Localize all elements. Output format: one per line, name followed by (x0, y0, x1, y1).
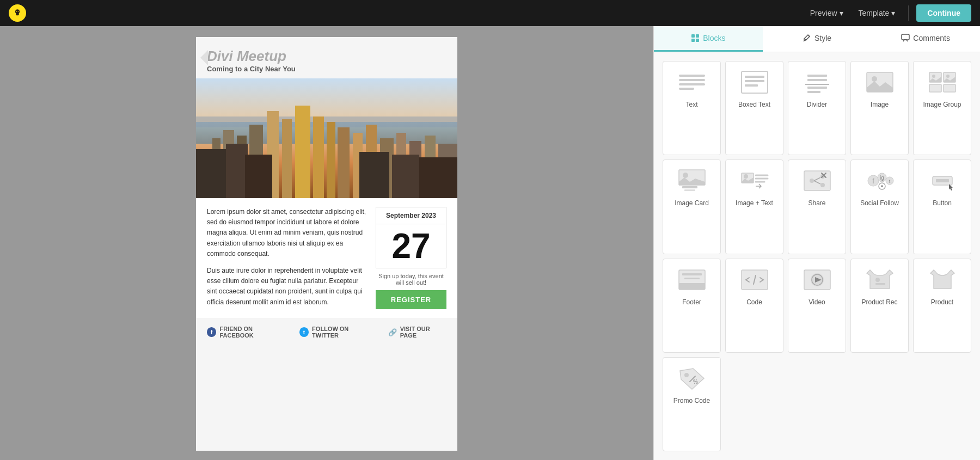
block-image-card-icon (676, 167, 708, 195)
block-footer[interactable]: Footer (663, 259, 721, 353)
comments-icon (901, 34, 910, 42)
block-divider-label: Divider (807, 101, 827, 108)
block-image-group-label: Image Group (923, 101, 961, 108)
date-number: 27 (381, 229, 442, 263)
body-paragraph-2: Duis aute irure dolor in reprehenderit i… (207, 266, 367, 308)
email-social-footer: f FRIEND ON FACEBOOK t FOLLOW ON TWITTER… (196, 318, 457, 346)
preview-chevron-icon: ▾ (840, 9, 843, 17)
block-image-text-label: Image + Text (736, 199, 773, 207)
svg-rect-48 (944, 84, 955, 92)
block-product-rec[interactable]: Product Rec (850, 259, 909, 353)
canvas-area[interactable]: Divi Meetup Coming to a City Near You (0, 26, 653, 460)
block-promo-code-icon: % (676, 364, 708, 392)
date-subtext: Sign up today, this event will sell out! (376, 273, 446, 286)
main-area: Divi Meetup Coming to a City Near You (0, 26, 980, 460)
continue-button[interactable]: Continue (916, 4, 971, 22)
svg-rect-31 (691, 39, 695, 42)
template-label: Template (859, 9, 890, 17)
block-image[interactable]: Image (850, 61, 909, 155)
svg-rect-53 (682, 186, 697, 188)
block-product[interactable]: Product (913, 259, 971, 353)
svg-rect-47 (929, 84, 941, 92)
visit-page-link[interactable]: 🔗 VISIT OUR PAGE (388, 326, 446, 339)
block-button-label: Button (933, 199, 952, 207)
svg-rect-26 (359, 152, 389, 198)
svg-rect-28 (419, 157, 457, 198)
svg-rect-38 (807, 75, 827, 77)
block-image-text-icon (738, 167, 771, 195)
block-image-card[interactable]: Image Card (663, 160, 721, 254)
svg-text:ig: ig (880, 175, 884, 181)
tab-blocks-label: Blocks (703, 34, 725, 42)
svg-point-82 (875, 278, 880, 282)
block-image-group-icon (926, 68, 959, 96)
block-text-icon (676, 68, 708, 96)
svg-rect-36 (745, 80, 764, 82)
svg-rect-33 (902, 34, 909, 40)
block-boxed-text[interactable]: Boxed Text (725, 61, 783, 155)
svg-rect-83 (875, 283, 885, 285)
block-button-icon (926, 167, 959, 195)
svg-point-1 (16, 11, 17, 12)
svg-rect-39 (807, 79, 827, 81)
svg-rect-30 (696, 34, 699, 38)
block-promo-code-label: Promo Code (673, 397, 710, 404)
block-code[interactable]: Code (725, 259, 783, 353)
svg-point-2 (18, 11, 19, 12)
block-text-label: Text (685, 101, 697, 108)
svg-point-56 (744, 174, 748, 179)
block-social-follow[interactable]: f ig t Social Follow (850, 160, 909, 254)
block-video[interactable]: Video (788, 259, 846, 353)
date-card: September 2023 27 Sign up today, this ev… (376, 207, 446, 309)
svg-rect-27 (392, 155, 419, 198)
block-button[interactable]: Button (913, 160, 971, 254)
block-share[interactable]: Share (788, 160, 846, 254)
block-video-label: Video (808, 298, 825, 306)
facebook-label: FRIEND ON FACEBOOK (219, 326, 286, 339)
block-divider-icon (801, 68, 834, 96)
svg-rect-54 (684, 189, 695, 191)
tab-blocks[interactable]: Blocks (654, 26, 763, 52)
block-text[interactable]: Text (663, 61, 721, 155)
template-button[interactable]: Template ▾ (853, 5, 901, 21)
tab-comments[interactable]: Comments (871, 26, 980, 52)
visit-page-label: VISIT OUR PAGE (400, 326, 446, 339)
register-button[interactable]: REGISTER (376, 290, 446, 309)
mailchimp-logo (9, 4, 26, 22)
block-boxed-text-icon (738, 68, 771, 96)
block-footer-icon (676, 266, 708, 294)
block-image-group[interactable]: Image Group (913, 61, 971, 155)
svg-rect-37 (745, 84, 758, 87)
svg-point-61 (810, 179, 814, 183)
svg-rect-42 (807, 91, 820, 93)
svg-rect-12 (295, 106, 310, 198)
twitter-link[interactable]: t FOLLOW ON TWITTER (299, 326, 375, 339)
body-paragraph-1: Lorem ipsum dolor sit amet, consectetur … (207, 207, 367, 259)
date-month-header: September 2023 (376, 207, 446, 224)
date-card-body: 27 (376, 224, 446, 268)
block-social-follow-label: Social Follow (860, 199, 899, 207)
email-canvas: Divi Meetup Coming to a City Near You (196, 37, 457, 451)
svg-rect-60 (804, 171, 830, 191)
facebook-link[interactable]: f FRIEND ON FACEBOOK (207, 326, 286, 339)
link-icon: 🔗 (388, 328, 397, 336)
tab-style[interactable]: Style (763, 26, 872, 52)
block-product-rec-icon (863, 266, 896, 294)
block-share-icon (801, 167, 834, 195)
svg-rect-35 (745, 76, 764, 78)
facebook-icon: f (207, 327, 216, 337)
block-image-text[interactable]: Image + Text (725, 160, 783, 254)
blocks-grid: Text Boxed Text (654, 52, 980, 460)
svg-rect-72 (936, 179, 949, 182)
block-boxed-text-label: Boxed Text (738, 101, 770, 108)
block-video-icon (801, 266, 834, 294)
block-divider[interactable]: Divider (788, 61, 846, 155)
svg-rect-13 (313, 116, 324, 198)
panel-tabs: Blocks Style Comments (654, 26, 980, 52)
top-navigation: Preview ▾ Template ▾ Continue (0, 0, 980, 26)
block-promo-code[interactable]: % Promo Code (663, 357, 721, 451)
svg-rect-76 (684, 278, 700, 279)
right-panel: Blocks Style Comments (653, 26, 980, 460)
twitter-icon: t (299, 327, 309, 337)
preview-button[interactable]: Preview ▾ (805, 5, 849, 21)
